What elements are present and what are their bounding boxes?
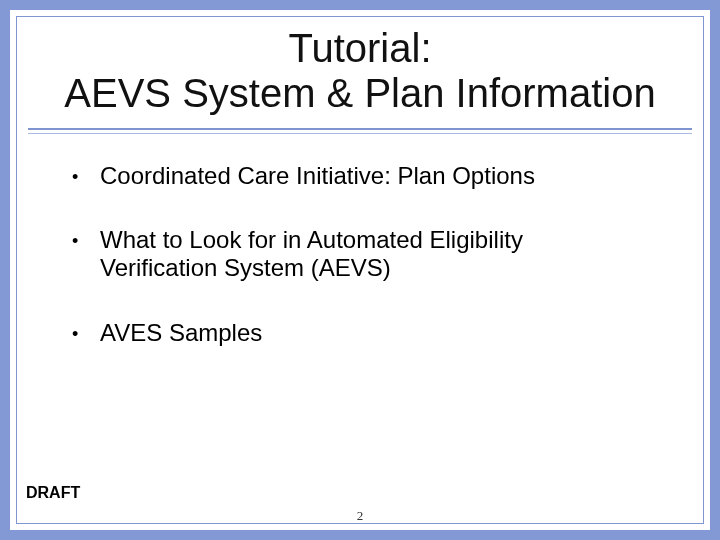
title-divider xyxy=(28,128,692,134)
page-number: 2 xyxy=(10,508,710,524)
title-line-2: AEVS System & Plan Information xyxy=(64,71,655,115)
slide-title: Tutorial: AEVS System & Plan Information xyxy=(28,26,692,116)
draft-label: DRAFT xyxy=(26,484,80,502)
title-line-1: Tutorial: xyxy=(288,26,431,70)
list-item: What to Look for in Automated Eligibilit… xyxy=(72,226,640,283)
bullet-list: Coordinated Care Initiative: Plan Option… xyxy=(72,162,640,347)
body-area: Coordinated Care Initiative: Plan Option… xyxy=(10,134,710,347)
list-item: AVES Samples xyxy=(72,319,640,347)
slide: Tutorial: AEVS System & Plan Information… xyxy=(0,0,720,540)
title-area: Tutorial: AEVS System & Plan Information xyxy=(10,10,710,122)
list-item: Coordinated Care Initiative: Plan Option… xyxy=(72,162,640,190)
